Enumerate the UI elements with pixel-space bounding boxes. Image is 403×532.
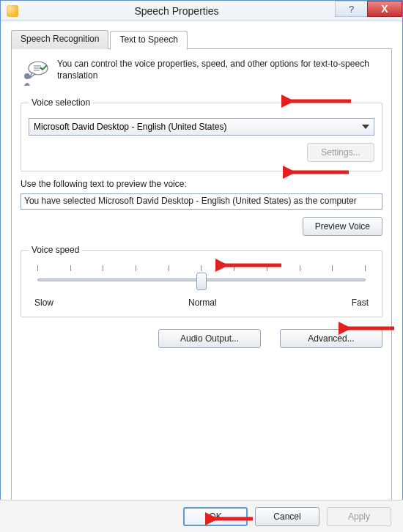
ok-button[interactable]: OK [183,507,248,526]
speech-properties-dialog: Speech Properties ? X Speech Recognition… [0,0,403,532]
preview-text-value: You have selected Microsoft David Deskto… [24,196,357,206]
settings-button: Settings... [307,143,374,162]
speed-fast-label: Fast [352,298,369,308]
preview-text-input[interactable]: You have selected Microsoft David Deskto… [21,193,382,210]
tts-icon [21,58,50,87]
speed-normal-label: Normal [188,298,217,308]
help-button[interactable]: ? [335,1,367,17]
tabs: Speech Recognition Text to Speech [11,30,392,49]
svg-point-1 [24,73,30,79]
tab-panel: You can control the voice properties, sp… [11,48,392,506]
button-label: Settings... [321,147,360,158]
tab-label: Speech Recognition [21,34,99,44]
button-label: Apply [348,511,370,522]
preview-label: Use the following text to preview the vo… [21,179,382,189]
button-label: OK [209,511,221,522]
speed-slider[interactable] [32,265,371,295]
tab-speech-recognition[interactable]: Speech Recognition [11,30,108,49]
voice-speed-group: Voice speed Slow Normal Fast [21,245,382,317]
voice-selection-legend: Voice selection [29,97,93,108]
voice-dropdown-value: Microsoft David Desktop - English (Unite… [34,122,226,132]
window-title: Speech Properties [18,5,335,17]
slider-thumb[interactable] [196,273,207,290]
button-label: Audio Output... [180,333,239,344]
cancel-button[interactable]: Cancel [255,507,319,526]
dialog-footer: OK Cancel Apply [0,500,403,532]
intro-text: You can control the voice properties, sp… [57,58,382,87]
voice-dropdown[interactable]: Microsoft David Desktop - English (Unite… [29,118,374,136]
close-icon: X [381,3,388,15]
help-icon: ? [349,4,354,15]
titlebar: Speech Properties ? X [1,1,402,21]
advanced-button[interactable]: Advanced... [280,329,382,348]
tab-label: Text to Speech [119,34,177,45]
voice-speed-legend: Voice speed [29,245,82,255]
close-button[interactable]: X [367,1,402,17]
voice-selection-group: Voice selection Microsoft David Desktop … [21,97,382,171]
button-label: Advanced... [308,333,354,344]
chevron-down-icon [362,125,369,129]
audio-output-button[interactable]: Audio Output... [158,329,261,348]
apply-button: Apply [327,507,391,526]
tab-text-to-speech[interactable]: Text to Speech [110,31,187,50]
button-label: Preview Voice [315,221,370,232]
preview-voice-button[interactable]: Preview Voice [303,217,382,236]
speed-slow-label: Slow [34,298,53,308]
button-label: Cancel [273,511,300,522]
speech-icon [7,5,18,17]
intro-row: You can control the voice properties, sp… [21,58,382,87]
